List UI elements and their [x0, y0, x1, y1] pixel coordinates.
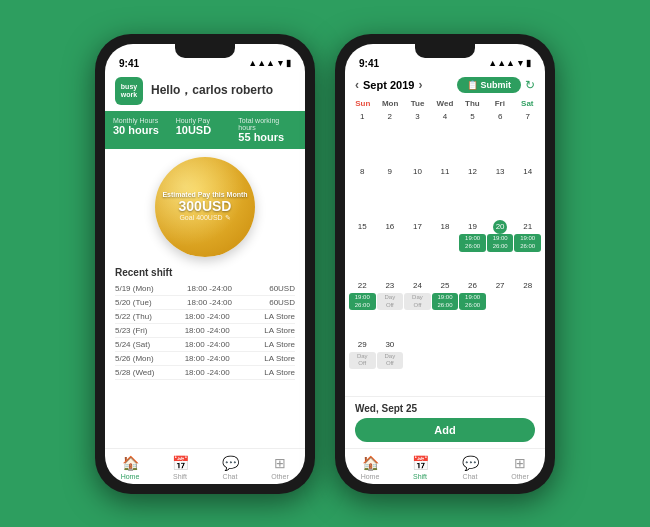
cal-cell-15[interactable]: 15 [349, 220, 376, 278]
shift-date: 5/26 (Mon) [115, 354, 165, 363]
cal-cell-18[interactable]: 18 [432, 220, 459, 278]
day-header-mon: Mon [376, 97, 403, 110]
phone-2: 9:41 ▲▲▲ ▾ ▮ ‹ Sept 2019 › 📋 Submit [335, 34, 555, 494]
cal-cell-27[interactable]: 27 [487, 279, 514, 337]
cal-cell-16[interactable]: 16 [377, 220, 404, 278]
shift-time: 18:00 -24:00 [185, 312, 245, 321]
calendar-grid: 1 2 3 4 5 6 7 8 9 10 11 12 13 14 15 16 1… [345, 110, 545, 396]
cal-cell-4[interactable]: 4 [432, 110, 459, 164]
dayoff-30: DayOff [377, 352, 404, 370]
cal-cell-13[interactable]: 13 [487, 165, 514, 219]
cal-cell-23[interactable]: 23 DayOff [377, 279, 404, 337]
nav-shift-2[interactable]: 📅 Shift [395, 455, 445, 480]
day-num-10: 10 [410, 165, 424, 179]
cal-cell-6[interactable]: 6 [487, 110, 514, 164]
next-month-button[interactable]: › [418, 78, 422, 92]
day-num-20: 20 [493, 220, 507, 234]
shift-pay: LA Store [264, 340, 295, 349]
selected-date: Wed, Sept 25 [355, 403, 535, 414]
cal-cell-10[interactable]: 10 [404, 165, 431, 219]
day-num-12: 12 [466, 165, 480, 179]
shift-time: 18:00 -24:00 [185, 326, 245, 335]
greeting-text: Hello，carlos roberto [151, 82, 273, 99]
add-button[interactable]: Add [355, 418, 535, 442]
day-headers: Sun Mon Tue Wed Thu Fri Sat [345, 97, 545, 110]
cal-cell-22[interactable]: 22 19:0026:00 [349, 279, 376, 337]
nav-other-1[interactable]: ⊞ Other [255, 455, 305, 480]
nav-shift-1[interactable]: 📅 Shift [155, 455, 205, 480]
cal-cell-2[interactable]: 2 [377, 110, 404, 164]
coin-goal: Goal 400USD ✎ [179, 214, 230, 222]
day-num-22: 22 [355, 279, 369, 293]
cal-cell-24[interactable]: 24 DayOff [404, 279, 431, 337]
cal-cell-17[interactable]: 17 [404, 220, 431, 278]
battery-icon: ▮ [286, 58, 291, 68]
prev-month-button[interactable]: ‹ [355, 78, 359, 92]
shift-time: 18:00 -24:00 [187, 298, 247, 307]
nav-home-label-1: Home [121, 473, 140, 480]
total-hours-label: Total working hours [238, 117, 297, 131]
cal-cell-21[interactable]: 21 19:0026:00 [514, 220, 541, 278]
shift-row: 5/22 (Thu)18:00 -24:00LA Store [115, 310, 295, 324]
shift-icon-2: 📅 [412, 455, 429, 471]
shift-19: 19:0026:00 [459, 234, 486, 252]
shift-22: 19:0026:00 [349, 293, 376, 311]
cal-cell-8[interactable]: 8 [349, 165, 376, 219]
refresh-icon[interactable]: ↻ [525, 78, 535, 92]
cal-cell-30[interactable]: 30 DayOff [377, 338, 404, 396]
phone-1: 9:41 ▲▲▲ ▾ ▮ busy work Hello，carlos robe… [95, 34, 315, 494]
shift-20: 19:0026:00 [487, 234, 514, 252]
day-num-26: 26 [466, 279, 480, 293]
cal-cell-7[interactable]: 7 [514, 110, 541, 164]
cal-cell-20[interactable]: 20 19:0026:00 [487, 220, 514, 278]
nav-home-2[interactable]: 🏠 Home [345, 455, 395, 480]
day-header-sat: Sat [514, 97, 541, 110]
calendar-month-label: Sept 2019 [363, 79, 414, 91]
day-num-17: 17 [410, 220, 424, 234]
cal-cell-28[interactable]: 28 [514, 279, 541, 337]
submit-button[interactable]: 📋 Submit [457, 77, 522, 93]
nav-chat-2[interactable]: 💬 Chat [445, 455, 495, 480]
cal-cell-25[interactable]: 25 19:0026:00 [432, 279, 459, 337]
nav-home-1[interactable]: 🏠 Home [105, 455, 155, 480]
logo: busy work [115, 77, 143, 105]
day-num-2: 2 [383, 110, 397, 124]
shift-date: 5/22 (Thu) [115, 312, 165, 321]
wifi-icon-2: ▾ [518, 58, 523, 68]
cal-cell-29[interactable]: 29 DayOff [349, 338, 376, 396]
shift-time: 18:00 -24:00 [185, 368, 245, 377]
day-num-30: 30 [383, 338, 397, 352]
nav-other-label-1: Other [271, 473, 289, 480]
home-icon-2: 🏠 [362, 455, 379, 471]
shift-25: 19:0026:00 [432, 293, 459, 311]
day-num-18: 18 [438, 220, 452, 234]
cal-cell-11[interactable]: 11 [432, 165, 459, 219]
cal-cell-1[interactable]: 1 [349, 110, 376, 164]
nav-other-2[interactable]: ⊞ Other [495, 455, 545, 480]
cal-cell-5[interactable]: 5 [459, 110, 486, 164]
stat-hourly-pay: Hourly Pay 10USD [176, 117, 235, 143]
phones-container: 9:41 ▲▲▲ ▾ ▮ busy work Hello，carlos robe… [95, 34, 555, 494]
cal-cell-12[interactable]: 12 [459, 165, 486, 219]
shift-pay: LA Store [264, 354, 295, 363]
cal-cell-9[interactable]: 9 [377, 165, 404, 219]
cal-cell-26[interactable]: 26 19:0026:00 [459, 279, 486, 337]
nav-chat-1[interactable]: 💬 Chat [205, 455, 255, 480]
day-header-thu: Thu [459, 97, 486, 110]
cal-cell-3[interactable]: 3 [404, 110, 431, 164]
shift-time: 18:00 -24:00 [187, 284, 247, 293]
shift-date: 5/28 (Wed) [115, 368, 165, 377]
day-num-13: 13 [493, 165, 507, 179]
wifi-icon: ▾ [278, 58, 283, 68]
recent-shift-title: Recent shift [115, 267, 295, 278]
shift-pay: 60USD [269, 298, 295, 307]
day-header-wed: Wed [431, 97, 458, 110]
cal-cell-19[interactable]: 19 19:0026:00 [459, 220, 486, 278]
chat-icon-1: 💬 [222, 455, 239, 471]
cal-cell-14[interactable]: 14 [514, 165, 541, 219]
day-num-19: 19 [466, 220, 480, 234]
home-icon: 🏠 [122, 455, 139, 471]
battery-icon-2: ▮ [526, 58, 531, 68]
app-header: busy work Hello，carlos roberto [105, 73, 305, 111]
coin-label: Estimated Pay this Month [162, 191, 247, 198]
